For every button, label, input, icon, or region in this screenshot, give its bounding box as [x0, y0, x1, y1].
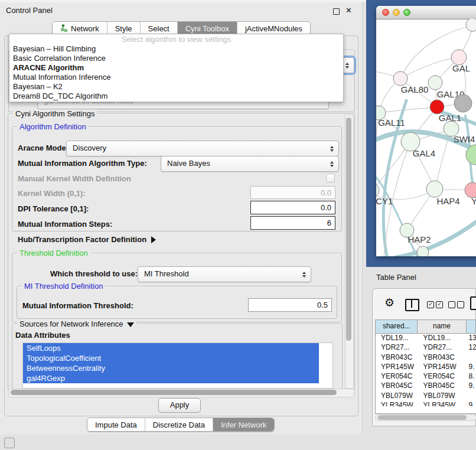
tab-cyni-toolbox[interactable]: Cyni Toolbox: [178, 22, 237, 35]
table-cell: YBR043C: [418, 353, 466, 362]
attribute-list-item[interactable]: TopologicalCoefficient: [23, 353, 319, 363]
which-threshold-label: Which threshold to use:: [50, 269, 138, 278]
mi-steps-field[interactable]: 6: [250, 216, 335, 230]
attribute-list-item[interactable]: gal4RGexp: [23, 373, 319, 383]
tab-style[interactable]: Style: [107, 22, 141, 35]
settings-horizontal-scrollbar-thumb[interactable]: [11, 390, 337, 395]
aracne-mode-combobox[interactable]: Discovery: [66, 141, 339, 156]
minimize-traffic-light-icon[interactable]: [393, 9, 400, 16]
tab-select[interactable]: Select: [141, 22, 178, 35]
tab-label: Infer Network: [221, 420, 266, 429]
settings-horizontal-scrollbar[interactable]: [8, 389, 354, 397]
settings-vertical-scrollbar-thumb[interactable]: [346, 118, 351, 341]
mi-threshold-field[interactable]: 0.5: [248, 298, 332, 312]
table-row[interactable]: YBR043CYBR043C: [376, 353, 476, 362]
application-window: Control Panel ✕ NetworkStyleSelectCyni T…: [0, 0, 476, 450]
tab-infer-network[interactable]: Infer Network: [213, 418, 274, 431]
combo-arrows-icon: [345, 63, 349, 69]
network-node-label: GAL: [452, 63, 470, 73]
table-row[interactable]: YLR345WYLR345W9.: [376, 400, 476, 406]
table-row[interactable]: YER054CYER054C8.: [376, 371, 476, 381]
cyni-settings-title: Cyni Algorithm Settings: [13, 109, 97, 118]
table-cell: YDR27...: [418, 343, 466, 352]
hide-columns-icon[interactable]: [448, 301, 464, 308]
document-icon[interactable]: [470, 296, 476, 310]
minimized-window-icon[interactable]: [4, 438, 15, 448]
dropdown-item[interactable]: Mutual Information Inference: [9, 73, 343, 82]
dropdown-item[interactable]: Bayesian – Hill Climbing: [9, 44, 343, 54]
tab-label: Impute Data: [95, 420, 137, 429]
network-node-label: GAL4: [413, 148, 435, 158]
table-horizontal-scrollbar[interactable]: [375, 414, 476, 421]
float-window-icon[interactable]: [333, 8, 340, 15]
tab-network[interactable]: Network: [53, 22, 107, 35]
table-cell: YDR27...: [376, 343, 418, 352]
tab-discretize-data[interactable]: Discretize Data: [145, 418, 213, 431]
data-attributes-list[interactable]: SelfLoopsTopologicalCoefficientBetweenne…: [22, 343, 333, 389]
split-view-icon[interactable]: [405, 299, 419, 311]
table-cell: YDL19...: [376, 333, 418, 343]
close-traffic-light-icon[interactable]: [382, 9, 389, 16]
dpi-tolerance-label: DPI Tolerance [0,1]:: [18, 204, 89, 213]
table-column-header[interactable]: name: [418, 320, 466, 333]
table-column-header[interactable]: shared...: [376, 320, 418, 333]
dropdown-item[interactable]: Bayesian – K2: [9, 82, 343, 92]
zoom-traffic-light-icon[interactable]: [403, 9, 410, 16]
network-node-gal1[interactable]: [430, 100, 444, 114]
network-node-hap4[interactable]: [426, 181, 443, 197]
table-row[interactable]: YPR145WYPR145W9.: [376, 362, 476, 371]
network-node[interactable]: [454, 94, 472, 112]
table-row[interactable]: YBR045CYBR045C9.: [376, 381, 476, 390]
dropdown-item[interactable]: Dream8 DC_TDC Algorithm: [9, 92, 343, 101]
table-horizontal-scrollbar-thumb[interactable]: [378, 415, 467, 420]
which-threshold-combobox[interactable]: MI Threshold: [138, 266, 311, 282]
table-panel-titlebar: Table Panel: [366, 267, 476, 288]
tab-impute-data[interactable]: Impute Data: [87, 418, 145, 431]
settings-vertical-scrollbar[interactable]: [345, 115, 354, 389]
table-column-header[interactable]: [467, 320, 476, 333]
manual-kernel-width-checkbox[interactable]: [326, 174, 335, 182]
network-canvas[interactable]: GALGAL80GAL10GAL1GAL11SWI4GAL4GCY1HAP4YH…: [376, 19, 476, 256]
network-window-titlebar[interactable]: [376, 6, 476, 19]
dropdown-item[interactable]: ARACNE Algorithm: [9, 63, 343, 73]
attribute-list-item[interactable]: BetweennessCentrality: [23, 363, 319, 373]
node-table: shared...name YDL19...YDL19...13YDR27...…: [375, 319, 476, 414]
close-icon[interactable]: ✕: [345, 5, 352, 17]
dropdown-item[interactable]: Basic Correlation Inference: [9, 54, 343, 63]
mi-algorithm-type-combobox[interactable]: Naive Bayes: [161, 156, 339, 172]
apply-button[interactable]: Apply: [158, 398, 201, 413]
table-cell: YER054C: [418, 371, 466, 381]
hub-definition-toggle[interactable]: Hub/Transcription Factor Definition: [18, 235, 156, 244]
gear-icon[interactable]: ⚙: [384, 297, 395, 309]
attribute-list-item[interactable]: SelfLoops: [23, 343, 319, 353]
table-cell: YBL079W: [376, 391, 418, 400]
table-cell: 13: [467, 333, 476, 343]
network-edge[interactable]: [400, 57, 459, 79]
table-cell: YBR043C: [376, 353, 418, 362]
network-node[interactable]: [417, 246, 429, 256]
tab-jactivemnodules[interactable]: jActiveMNodules: [237, 22, 310, 35]
network-node-gal10[interactable]: [428, 76, 442, 90]
tab-label: Network: [71, 24, 99, 33]
network-node-gal80[interactable]: [393, 71, 407, 86]
network-node-label: HAP4: [436, 196, 459, 206]
dropdown-placeholder: Select algorithm to view settings: [9, 34, 343, 44]
sources-group-title: Sources for Network Inference: [17, 319, 136, 328]
network-edge[interactable]: [379, 107, 436, 113]
table-row[interactable]: YDL19...YDL19...13: [376, 333, 476, 343]
table-panel-title: Table Panel: [376, 267, 416, 288]
show-columns-icon[interactable]: ✓✓: [427, 301, 443, 308]
threshold-definition-title: Threshold Definition: [17, 249, 90, 257]
table-panel: ⚙ ✓✓ shared...name YDL19...YDL19...13YDR…: [372, 288, 476, 426]
table-cell: 9.: [467, 362, 476, 371]
tab-label: jActiveMNodules: [245, 24, 302, 33]
network-node[interactable]: [466, 19, 476, 31]
kernel-width-field[interactable]: 0.0: [250, 186, 335, 199]
table-row[interactable]: YBL079WYBL079W: [376, 391, 476, 400]
cyni-bottom-tabs: Impute DataDiscretize DataInfer Network: [87, 418, 275, 432]
table-row[interactable]: YDR27...YDR27...12: [376, 343, 476, 352]
network-node-gcy1[interactable]: [376, 183, 379, 197]
table-cell: 9.: [467, 400, 476, 406]
dpi-tolerance-field[interactable]: 0.0: [250, 201, 335, 214]
kernel-width-label: Kernel Width (0,1):: [18, 189, 86, 198]
